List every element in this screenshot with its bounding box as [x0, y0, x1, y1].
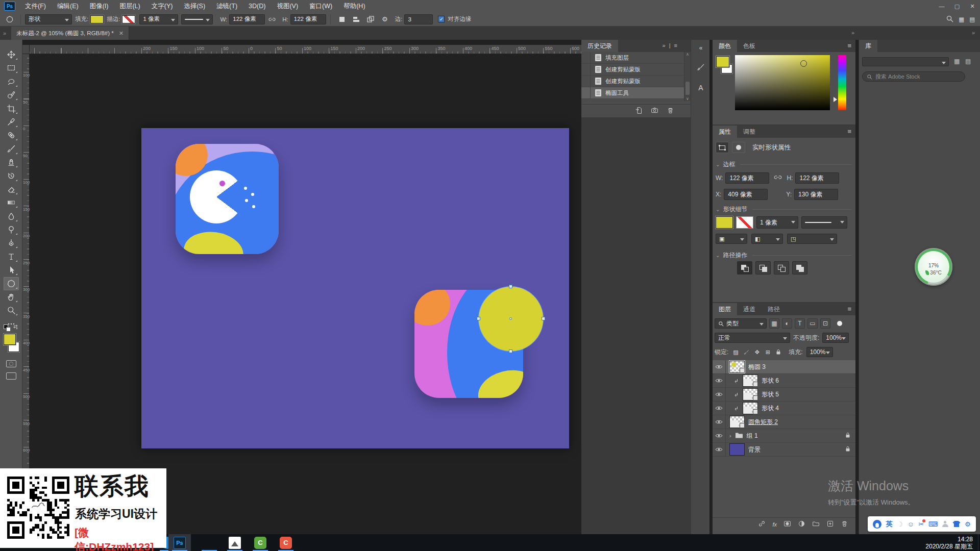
scroll-down-icon[interactable]: ∨: [684, 96, 691, 101]
libraries-search-input[interactable]: 搜索 Adobe Stock: [862, 71, 965, 82]
gradient-tool[interactable]: [4, 196, 19, 209]
tool-mode-dropdown[interactable]: 形状: [25, 14, 72, 24]
ime-moon-icon[interactable]: ☽: [897, 520, 903, 528]
width-input[interactable]: 122 像素: [229, 14, 265, 24]
tab-swatches[interactable]: 色板: [737, 40, 762, 52]
color-picker-circle[interactable]: [800, 60, 807, 67]
ime-emoji-icon[interactable]: ☺: [907, 520, 914, 528]
ruler-origin-corner[interactable]: [22, 45, 30, 54]
filter-shape-layers-icon[interactable]: ▭: [807, 318, 818, 329]
taskbar-app-colorgrid[interactable]: [198, 534, 220, 551]
scrollbar-thumb[interactable]: [685, 82, 690, 95]
quick-selection-tool[interactable]: [4, 88, 19, 102]
ruler-vertical[interactable]: 1005005010015020025030035040045050055060…: [22, 54, 30, 534]
blend-mode-dropdown[interactable]: 正常: [715, 333, 790, 343]
taskbar-app-photoshop[interactable]: Ps: [168, 534, 191, 551]
menu-item-9[interactable]: 窗口(W): [304, 0, 338, 12]
expand-panels-icon[interactable]: «: [696, 43, 706, 53]
adjustment-layer-icon[interactable]: [798, 520, 805, 529]
list-view-icon[interactable]: ▤: [965, 58, 971, 65]
menu-item-10[interactable]: 帮助(H): [338, 0, 371, 12]
lock-position-icon[interactable]: ✥: [753, 348, 761, 356]
lasso-tool[interactable]: [4, 75, 19, 88]
menu-item-3[interactable]: 图层(L): [114, 0, 145, 12]
hand-tool[interactable]: [4, 290, 19, 304]
history-set-source-checkbox[interactable]: [581, 87, 591, 99]
lock-artboard-icon[interactable]: ⊞: [764, 348, 771, 356]
h-value-field[interactable]: 122 像素: [795, 172, 839, 184]
edge-input[interactable]: 3: [404, 14, 433, 24]
dock-collapse-icon-2[interactable]: »: [972, 30, 975, 36]
history-item-3[interactable]: 椭圆工具: [581, 87, 691, 99]
ime-keyboard-icon[interactable]: ⌨: [928, 520, 938, 528]
quick-mask-button[interactable]: [6, 360, 16, 367]
transform-handle-right[interactable]: [542, 317, 545, 320]
layer-visibility-eye-icon[interactable]: [713, 374, 726, 388]
layer-row-4[interactable]: 圆角矩形 2: [713, 415, 855, 429]
ime-skin-icon[interactable]: [952, 521, 960, 527]
selected-ellipse-shape[interactable]: [479, 287, 543, 351]
filter-toggle[interactable]: [837, 321, 842, 326]
layer-visibility-eye-icon[interactable]: [713, 388, 726, 402]
stroke-caps-dropdown[interactable]: ◧: [751, 234, 783, 244]
workspace-grid-icon[interactable]: ▦: [959, 16, 964, 23]
fill-dropdown[interactable]: 100%: [806, 347, 833, 357]
foreground-color-swatch-small[interactable]: [716, 56, 729, 67]
shape-stroke-swatch[interactable]: [736, 216, 753, 229]
layer-row-6[interactable]: 背景: [713, 443, 855, 457]
stroke-color-swatch[interactable]: [122, 15, 135, 23]
shape-details-section-header[interactable]: ⌄形状细节: [716, 205, 851, 214]
path-operations-icon[interactable]: [336, 14, 348, 25]
grid-view-icon[interactable]: ▦: [954, 58, 960, 65]
tab-libraries[interactable]: 库: [859, 40, 877, 52]
shape-settings-gear-icon[interactable]: ⚙: [379, 14, 390, 25]
delete-layer-trash-icon[interactable]: [841, 520, 848, 529]
document-tab[interactable]: 未标题-2 @ 105% (椭圆 3, RGB/8#) * ✕: [11, 27, 129, 40]
layer-visibility-eye-icon[interactable]: [713, 415, 726, 429]
ime-screenshot-icon[interactable]: ✂: [918, 520, 924, 528]
delete-state-trash-icon[interactable]: [667, 107, 674, 116]
combine-shapes-icon[interactable]: [737, 261, 752, 274]
height-input[interactable]: 122 像素: [290, 14, 326, 24]
tab-history[interactable]: 历史记录: [581, 40, 618, 52]
new-document-from-state-icon[interactable]: [635, 107, 643, 116]
lock-pixels-icon[interactable]: [743, 348, 750, 356]
history-item-2[interactable]: 创建剪贴蒙版: [581, 76, 691, 87]
menu-item-0[interactable]: 文件(F): [19, 0, 52, 12]
layer-row-3[interactable]: 形状 4: [713, 402, 855, 415]
layer-visibility-eye-icon[interactable]: [713, 402, 726, 415]
layer-row-1[interactable]: 形状 6: [713, 374, 855, 388]
screen-mode-button[interactable]: [6, 372, 16, 380]
healing-brush-tool[interactable]: [4, 129, 19, 142]
blur-tool[interactable]: [4, 210, 19, 223]
marquee-tool[interactable]: [4, 61, 19, 74]
tab-layers[interactable]: 图层: [713, 303, 737, 315]
menu-item-2[interactable]: 图像(I): [84, 0, 114, 12]
scroll-up-icon[interactable]: ∧: [684, 52, 691, 57]
foreground-color-swatch[interactable]: [4, 334, 16, 345]
stroke-style-dropdown[interactable]: [181, 14, 213, 24]
new-snapshot-camera-icon[interactable]: [651, 107, 658, 116]
move-tool[interactable]: [4, 48, 19, 61]
dock-collapse-icon[interactable]: »: [851, 30, 854, 36]
brush-tool[interactable]: [4, 142, 19, 156]
masks-icon[interactable]: [732, 142, 745, 153]
transform-handle-top[interactable]: [509, 285, 512, 288]
stroke-corners-dropdown[interactable]: ◳: [787, 234, 837, 244]
filter-type-layers-icon[interactable]: T: [795, 318, 805, 329]
link-wh-icon[interactable]: [773, 174, 782, 182]
fill-color-swatch[interactable]: [90, 15, 104, 23]
ime-logo-icon[interactable]: [873, 520, 881, 529]
tab-adjustments[interactable]: 调整: [737, 126, 762, 138]
filter-pixel-layers-icon[interactable]: ▦: [769, 318, 779, 329]
path-alignment-icon[interactable]: [351, 14, 362, 25]
default-colors-icon[interactable]: [4, 324, 12, 333]
tab-paths[interactable]: 路径: [762, 303, 786, 315]
ime-language-toggle[interactable]: 英: [886, 519, 893, 529]
shape-fill-swatch[interactable]: [716, 216, 733, 229]
tab-overflow-icon[interactable]: »: [3, 30, 6, 36]
panel-menu-icon[interactable]: ≡: [847, 305, 851, 313]
link-dimensions-icon[interactable]: [266, 14, 278, 25]
layer-style-fx-icon[interactable]: fx: [772, 521, 777, 528]
taskbar-app-camtasia-red[interactable]: C: [275, 534, 297, 551]
